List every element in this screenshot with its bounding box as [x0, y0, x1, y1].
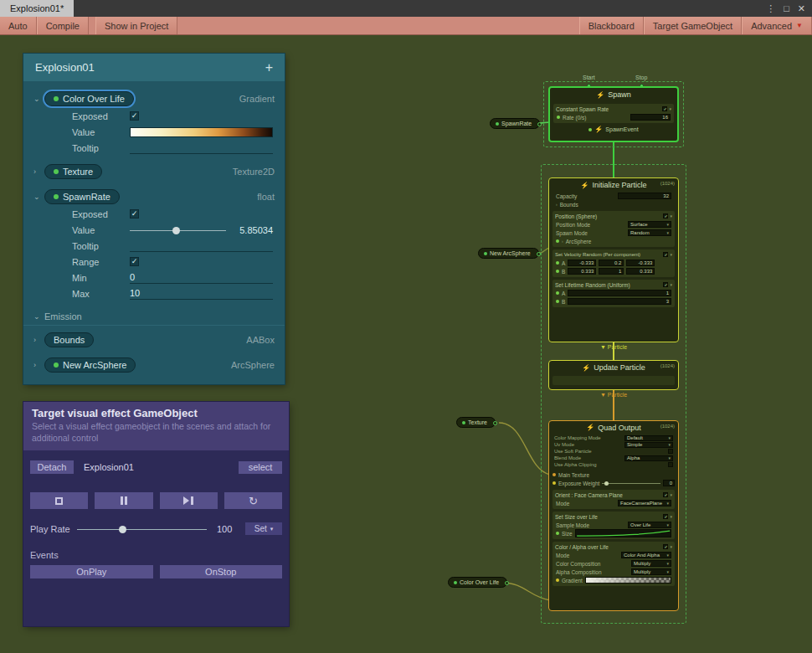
gradient-port[interactable]: [556, 578, 559, 582]
block-enabled-checkbox[interactable]: ✓: [662, 106, 667, 111]
capacity-field[interactable]: 32: [618, 193, 671, 199]
colorol-parameter-pill[interactable]: Color Over Life: [44, 91, 134, 106]
velocity-b-port[interactable]: [556, 270, 559, 273]
window-tab[interactable]: Explosion01*: [0, 0, 74, 17]
show-in-project-button[interactable]: Show in Project: [95, 17, 177, 34]
rate-input-port[interactable]: [557, 116, 560, 119]
size-collapse-icon[interactable]: ▾: [670, 514, 672, 519]
range-checkbox[interactable]: ✓: [130, 257, 139, 266]
size-enabled-checkbox[interactable]: ✓: [663, 514, 668, 519]
update-particle-node[interactable]: ⚡ Update Particle (1024): [548, 360, 679, 390]
sample-mode-value[interactable]: Over Life: [630, 522, 650, 527]
alpha-composition-value[interactable]: Multiply: [634, 569, 650, 574]
position-sphere-block[interactable]: Position (Sphere) ✓▾ Position Mode Surfa…: [552, 211, 675, 247]
onstop-button[interactable]: OnStop: [160, 565, 283, 578]
color-enabled-checkbox[interactable]: ✓: [663, 544, 668, 549]
lifetime-b-field[interactable]: 3: [568, 298, 671, 305]
exposure-weight-slider[interactable]: [602, 480, 660, 486]
texture-fold-icon[interactable]: ›: [33, 167, 44, 176]
color-mode-value[interactable]: Color And Alpha: [624, 553, 660, 558]
set-lifetime-block[interactable]: Set Lifetime Random (Uniform) ✓▾ A 1 B 3: [552, 280, 675, 307]
arcsphere-pill-port[interactable]: [537, 252, 541, 256]
restart-button[interactable]: ↻: [224, 492, 282, 509]
color-alpha-block[interactable]: Color / Alpha over Life ✓▾ Mode Color An…: [552, 542, 675, 586]
velocity-collapse-icon[interactable]: ▾: [670, 252, 672, 257]
quad-output-node[interactable]: ⚡ Quad Output (1024) Color Mapping ModeD…: [548, 420, 679, 611]
bounds-fold-icon[interactable]: ›: [556, 202, 558, 207]
advanced-dropdown[interactable]: Advanced ▼: [742, 17, 812, 34]
initialize-particle-node[interactable]: ⚡ Initialize Particle (1024) Capacity 32…: [548, 177, 679, 342]
position-enabled-checkbox[interactable]: ✓: [663, 213, 668, 219]
velocity-b-z-field[interactable]: 0.333: [626, 268, 655, 275]
select-button[interactable]: select: [239, 461, 282, 474]
block-collapse-icon[interactable]: ▾: [669, 106, 671, 111]
min-field[interactable]: 0: [130, 271, 273, 284]
pause-button[interactable]: [95, 492, 152, 509]
colorol-parameter-node[interactable]: Color Over Life: [448, 577, 507, 588]
rate-value-field[interactable]: 16: [630, 114, 671, 121]
arcsphere-parameter-node[interactable]: New ArcSphere: [478, 248, 539, 259]
lifetime-a-field[interactable]: 1: [568, 290, 671, 296]
uv-mode-value[interactable]: Simple: [627, 442, 642, 447]
set-velocity-block[interactable]: Set Velocity Random (Per component) ✓▾ A…: [552, 249, 675, 277]
lifetime-collapse-icon[interactable]: ▾: [670, 282, 672, 287]
onplay-button[interactable]: OnPlay: [30, 565, 153, 578]
color-composition-value[interactable]: Multiply: [634, 561, 650, 566]
spawnrate-parameter-pill[interactable]: SpawnRate: [44, 189, 120, 204]
spawnrate-value-slider[interactable]: [130, 224, 226, 236]
close-icon[interactable]: ✕: [798, 3, 805, 14]
emission-fold-icon[interactable]: ⌄: [33, 312, 44, 321]
velocity-b-x-field[interactable]: 0.333: [568, 268, 596, 275]
gradient-value-field[interactable]: [130, 127, 273, 137]
color-collapse-icon[interactable]: ▾: [670, 544, 672, 549]
kebab-menu-icon[interactable]: ⋮: [766, 3, 775, 14]
tooltip-field[interactable]: [130, 239, 273, 252]
velocity-a-x-field[interactable]: -0.333: [568, 260, 596, 266]
set-size-block[interactable]: Set Size over Life ✓▾ Sample Mode Over L…: [552, 512, 675, 539]
arcsphere-parameter-pill[interactable]: New ArcSphere: [44, 357, 136, 373]
spawn-node[interactable]: ⚡ Spawn Constant Spawn Rate ✓▾ Rate (0/s…: [548, 86, 679, 142]
auto-button[interactable]: Auto: [0, 17, 37, 34]
stop-button[interactable]: [30, 492, 88, 509]
position-collapse-icon[interactable]: ▾: [670, 213, 672, 219]
detach-button[interactable]: Detach: [30, 460, 74, 474]
spawnrate-parameter-node[interactable]: SpawnRate: [490, 118, 540, 129]
compile-button[interactable]: Compile: [37, 17, 89, 34]
velocity-enabled-checkbox[interactable]: ✓: [663, 252, 668, 257]
exposure-weight-port[interactable]: [552, 481, 556, 485]
tooltip-field[interactable]: [130, 141, 273, 154]
set-rate-dropdown[interactable]: Set▾: [245, 522, 282, 535]
play-rate-value[interactable]: 100: [207, 524, 240, 534]
size-curve-field[interactable]: [575, 529, 671, 537]
orient-block[interactable]: Orient : Face Camera Plane ✓▾ Mode FaceC…: [552, 490, 675, 509]
exposure-weight-field[interactable]: 0: [663, 480, 675, 486]
orient-collapse-icon[interactable]: ▾: [670, 492, 672, 497]
use-alpha-clipping-checkbox[interactable]: [668, 462, 673, 467]
initialize-particle-out-label[interactable]: ▼ Particle: [548, 344, 679, 350]
velocity-b-y-field[interactable]: 1: [599, 268, 624, 275]
colorol-fold-icon[interactable]: ⌄: [33, 95, 44, 103]
orient-mode-value[interactable]: FaceCameraPlane: [620, 501, 662, 506]
texture-parameter-pill[interactable]: Texture: [44, 164, 102, 179]
size-port[interactable]: [556, 532, 559, 535]
arcsphere-fold-icon[interactable]: ›: [562, 239, 563, 244]
colorol-pill-port[interactable]: [505, 581, 509, 585]
exposed-checkbox[interactable]: ✓: [130, 111, 139, 121]
texture-parameter-node[interactable]: Texture: [456, 417, 496, 428]
spawnrate-pill-port[interactable]: [537, 122, 542, 126]
bounds-fold-icon[interactable]: ›: [33, 336, 44, 344]
lifetime-b-port[interactable]: [556, 300, 559, 303]
play-rate-slider[interactable]: [77, 523, 207, 535]
velocity-a-y-field[interactable]: 0.2: [599, 260, 624, 266]
lifetime-enabled-checkbox[interactable]: ✓: [663, 282, 668, 287]
color-mapping-mode-value[interactable]: Default: [627, 435, 643, 440]
use-soft-particle-checkbox[interactable]: [668, 449, 673, 454]
bounds-parameter-pill[interactable]: Bounds: [44, 332, 94, 347]
velocity-a-port[interactable]: [556, 261, 559, 265]
exposed-checkbox[interactable]: ✓: [130, 209, 139, 219]
texture-pill-port[interactable]: [493, 421, 497, 425]
maximize-icon[interactable]: □: [784, 3, 789, 13]
arcsphere-fold-icon[interactable]: ›: [33, 361, 44, 369]
main-texture-port[interactable]: [552, 473, 556, 476]
blend-mode-value[interactable]: Alpha: [627, 455, 640, 460]
